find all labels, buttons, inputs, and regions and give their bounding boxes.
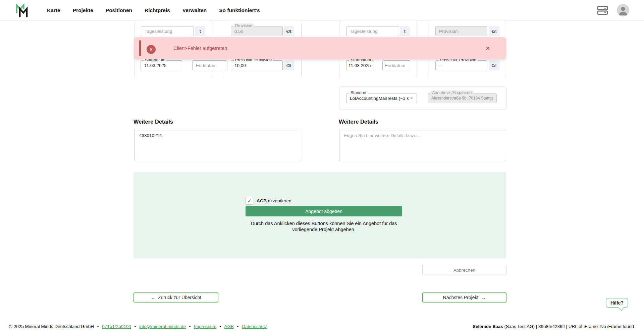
- saas-name: Selenide Saas: [473, 324, 503, 329]
- unit-eur-per-t-right: €/t: [489, 26, 499, 36]
- preis-value-left: 10,00: [234, 63, 279, 68]
- separator-dot: •: [220, 324, 221, 329]
- agb-checkbox[interactable]: ✓: [246, 197, 253, 205]
- agb-label: AGB akzeptieren: [257, 198, 291, 203]
- unit-eur-per-t-left: €/t: [283, 26, 294, 36]
- agb-row: ✓ AGB akzeptieren: [246, 197, 291, 205]
- toast-close-icon[interactable]: ✕: [486, 37, 490, 59]
- footer: © 2025 Mineral Minds Deutschland GmbH • …: [0, 322, 644, 333]
- annahme-abgabeort-field: Annahme-/Abgabeort Alexanderstraße 9b, 7…: [428, 93, 497, 103]
- back-button-label: Zurück zur Übersicht: [158, 295, 201, 300]
- brand-logo-icon[interactable]: [15, 4, 29, 18]
- saas-info: (Saas Test AG) | 3958fe4236ff | URL of i…: [503, 324, 634, 329]
- enddatum-input-right[interactable]: [382, 60, 410, 70]
- provision-field-right: Provision: [435, 26, 487, 36]
- footer-left: © 2025 Mineral Minds Deutschland GmbH • …: [9, 324, 267, 329]
- phone-link[interactable]: 07151/250100: [102, 324, 131, 329]
- standort-value: LotAccountingMailTests (~1 k...: [350, 96, 409, 101]
- arrow-left-icon: ←: [151, 295, 156, 301]
- standort-field[interactable]: Standort LotAccountingMailTests (~1 k...…: [346, 93, 417, 103]
- error-toast: ✕ Client-Fehler aufgetreten. ✕: [134, 37, 506, 59]
- provision-placeholder-right: Provision: [439, 29, 484, 34]
- check-icon: ✓: [247, 198, 252, 204]
- enddatum-input-left[interactable]: [192, 60, 227, 70]
- clear-icon[interactable]: ✕: [410, 96, 413, 101]
- agb-footer-link[interactable]: AGB: [224, 324, 234, 329]
- preis-inkl-provision-field-right[interactable]: Preis inkl. Provision -: [435, 60, 487, 70]
- unit-t-right: t: [400, 26, 410, 36]
- top-nav: Karte Projekte Positionen Richtpreis Ver…: [0, 0, 644, 20]
- details-textarea-right[interactable]: [339, 129, 506, 161]
- provision-field-left: Provision 0,50: [231, 26, 283, 36]
- nav-so-funktionierts[interactable]: So funktioniert's: [219, 7, 260, 13]
- cancel-button[interactable]: Abbrechen: [422, 265, 506, 275]
- datenschutz-link[interactable]: Datenschutz: [242, 324, 267, 329]
- separator-dot: •: [134, 324, 136, 329]
- toast-message: Client-Fehler aufgetreten.: [173, 37, 228, 59]
- preis-value-right: -: [439, 63, 484, 68]
- preis-inkl-provision-field-left[interactable]: Preis inkl. Provision 10,00: [231, 60, 283, 70]
- nav-projekte[interactable]: Projekte: [73, 7, 93, 13]
- startdatum-value-left: 11.03.2025: [144, 63, 178, 68]
- nav-verwalten[interactable]: Verwalten: [182, 7, 207, 13]
- submit-offer-button[interactable]: Angebot abgeben: [246, 206, 402, 216]
- startdatum-field-right[interactable]: Startdatum 11.03.2025: [346, 60, 374, 70]
- arrow-right-icon: →: [481, 295, 486, 301]
- user-avatar-icon[interactable]: [617, 4, 629, 16]
- toast-accent-bar: [139, 40, 141, 56]
- copyright-text: © 2025 Mineral Minds Deutschland GmbH: [9, 324, 94, 329]
- abgabeort-label: Annahme-/Abgabeort: [431, 90, 473, 95]
- nav-karte[interactable]: Karte: [47, 7, 60, 13]
- unit-t-left: t: [195, 26, 205, 36]
- standort-label: Standort: [349, 90, 368, 95]
- nav-richtpreis[interactable]: Richtpreis: [145, 7, 170, 13]
- server-icon[interactable]: [597, 5, 608, 16]
- agb-suffix: akzeptieren: [268, 198, 291, 203]
- separator-dot: •: [237, 324, 239, 329]
- back-to-overview-button[interactable]: ← Zurück zur Übersicht: [133, 292, 218, 303]
- offer-description: Durch das Anklicken dieses Buttons könne…: [246, 220, 402, 232]
- impressum-link[interactable]: Impressum: [194, 324, 216, 329]
- tagesleistung-input-left[interactable]: [141, 26, 194, 36]
- error-icon: ✕: [147, 45, 156, 54]
- email-link[interactable]: info@mineral-minds.de: [139, 324, 186, 329]
- next-button-label: Nächstes Projekt: [443, 295, 479, 300]
- nav-icon-group: [597, 0, 629, 20]
- details-textarea-left[interactable]: [134, 129, 301, 161]
- separator-dot: •: [189, 324, 191, 329]
- nav-positionen[interactable]: Positionen: [106, 7, 132, 13]
- abgabeort-value: Alexanderstraße 9b, 70184 Stuttgart: [431, 96, 493, 101]
- provision-value-left: 0,50: [234, 29, 279, 34]
- details-heading-left: Weitere Details: [133, 119, 173, 125]
- app-root: Karte Projekte Positionen Richtpreis Ver…: [0, 0, 644, 333]
- main-nav: Karte Projekte Positionen Richtpreis Ver…: [47, 0, 260, 20]
- agb-link[interactable]: AGB: [257, 198, 267, 203]
- footer-right: Selenide Saas (Saas Test AG) | 3958fe423…: [473, 324, 634, 329]
- unit-eur-per-t-preis-right: €/t: [489, 60, 499, 70]
- tagesleistung-input-right[interactable]: [346, 26, 399, 36]
- help-button[interactable]: Hilfe?: [606, 298, 628, 308]
- details-heading-right: Weitere Details: [339, 119, 378, 125]
- startdatum-value-right: 11.03.2025: [348, 63, 372, 68]
- startdatum-field-left[interactable]: Startdatum 11.03.2025: [141, 60, 182, 70]
- provision-label-left: Provision: [234, 23, 254, 28]
- separator-dot: •: [97, 324, 99, 329]
- unit-eur-per-t-preis-left: €/t: [283, 60, 294, 70]
- next-project-button[interactable]: Nächstes Projekt →: [422, 292, 506, 303]
